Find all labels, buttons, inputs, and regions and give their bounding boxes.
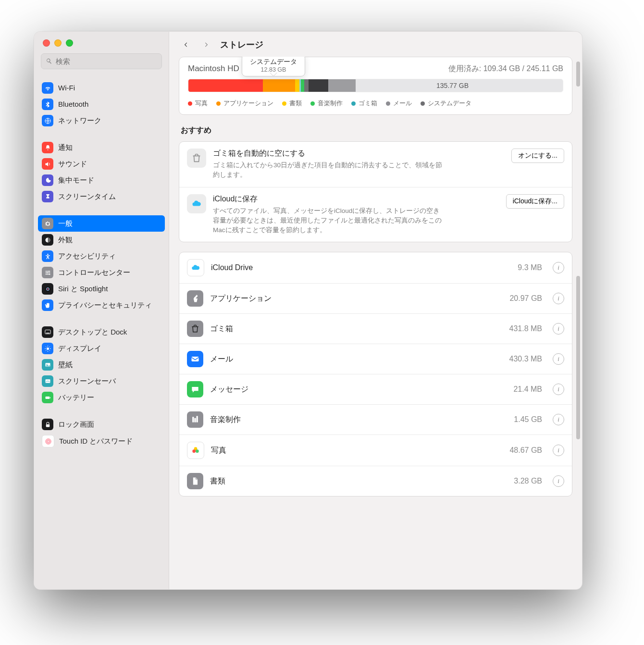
storage-row-size: 1.45 GB [514, 415, 542, 424]
info-icon[interactable]: i [553, 262, 564, 273]
search-input[interactable] [41, 53, 162, 69]
storage-row[interactable]: 写真48.67 GBi [179, 434, 572, 466]
storage-row[interactable]: メール430.3 MBi [179, 344, 572, 374]
storage-bar[interactable]: 135.77 GB [188, 79, 563, 92]
storage-bar-segment[interactable] [304, 79, 309, 92]
storage-bar-segment[interactable] [263, 79, 295, 92]
sidebar-item[interactable]: デスクトップと Dock [34, 324, 169, 340]
sidebar-item-label: ネットワーク [58, 115, 101, 126]
sidebar-item-label: 通知 [58, 142, 73, 153]
accessibility-icon [42, 250, 53, 262]
sidebar-item[interactable]: バッテリー [34, 389, 169, 406]
legend-item: システムデータ [421, 99, 471, 108]
appearance-icon [42, 234, 53, 246]
sidebar-item-label: 集中モード [58, 175, 94, 186]
storage-row-size: 3.28 GB [514, 477, 542, 485]
gear-icon [42, 218, 53, 229]
storage-bar-segment[interactable] [309, 79, 328, 92]
sidebar-item[interactable]: コントロールセンター [34, 264, 169, 281]
sidebar-item-label: Bluetooth [58, 99, 88, 110]
info-icon[interactable]: i [553, 353, 564, 365]
sidebar-item[interactable]: 一般 [38, 215, 165, 232]
storage-row[interactable]: メッセージ21.4 MBi [179, 374, 572, 404]
legend-dot [310, 101, 315, 106]
legend-dot [216, 101, 221, 106]
storage-row-label: 書類 [210, 476, 507, 486]
legend-dot [188, 101, 192, 106]
sidebar-item-label: コントロールセンター [58, 267, 130, 278]
storage-row[interactable]: アプリケーション20.97 GBi [179, 283, 572, 313]
sidebar-item[interactable]: Touch ID とパスワード [34, 433, 169, 450]
info-icon[interactable]: i [553, 323, 564, 335]
close-window-button[interactable] [43, 39, 50, 47]
sidebar-item[interactable]: 集中モード [34, 172, 169, 188]
storage-row[interactable]: iCloud Drive9.3 MBi [179, 252, 572, 283]
sidebar-item-label: Touch ID とパスワード [59, 436, 133, 447]
sidebar-item-label: Wi-Fi [58, 83, 75, 93]
info-icon[interactable]: i [553, 293, 564, 304]
recommend-title: iCloudに保存 [213, 194, 499, 204]
storage-row[interactable]: 音楽制作1.45 GBi [179, 404, 572, 434]
bluetooth-icon [42, 99, 53, 110]
sidebar-item[interactable]: ネットワーク [34, 112, 169, 129]
storage-row[interactable]: ゴミ箱431.8 MBi [179, 313, 572, 344]
scrollbar-thumb[interactable] [576, 62, 580, 87]
sidebar-item[interactable]: 壁紙 [34, 357, 169, 373]
sidebar-item-label: アクセシビリティ [58, 251, 116, 261]
wifi-icon [42, 82, 53, 94]
sidebar-item[interactable]: Bluetooth [34, 96, 169, 112]
storage-row-size: 21.4 MB [513, 385, 542, 394]
legend-label: 書類 [289, 99, 302, 108]
nav-forward-button[interactable] [200, 38, 212, 51]
sidebar-item[interactable]: ディスプレイ [34, 340, 169, 357]
sidebar-item-label: スクリーンセーバ [58, 376, 116, 386]
sidebar-item[interactable]: スクリーンセーバ [34, 373, 169, 389]
recommend-desc: すべてのファイル、写真、メッセージをiCloudに保存し、ストレージの空き容量が… [213, 206, 444, 236]
sidebar-item[interactable]: 通知 [34, 139, 169, 156]
legend-label: メール [393, 99, 412, 108]
sidebar-item-label: デスクトップと Dock [58, 327, 127, 337]
sidebar-item[interactable]: ロック画面 [34, 416, 169, 433]
storage-row[interactable]: 書類3.28 GBi [179, 466, 572, 496]
nav-back-button[interactable] [180, 38, 192, 51]
main-pane: ストレージ システムデータ 12.83 GB Macintosh HD 使用済み… [169, 32, 582, 589]
scrollbar-thumb[interactable] [576, 276, 580, 439]
storage-row-label: メール [210, 354, 503, 364]
info-icon[interactable]: i [553, 414, 564, 425]
disk-usage-card: システムデータ 12.83 GB Macintosh HD 使用済み: 109.… [179, 57, 572, 115]
sidebar-item-label: サウンド [58, 159, 87, 169]
sidebar-item[interactable]: プライバシーとセキュリティ [34, 297, 169, 313]
music-icon [187, 411, 203, 428]
fullscreen-window-button[interactable] [66, 39, 73, 47]
screensaver-icon [42, 375, 53, 387]
storage-bar-segment[interactable] [356, 79, 563, 92]
recommend-action-button[interactable]: iCloudに保存... [506, 194, 564, 209]
info-icon[interactable]: i [553, 445, 564, 456]
storage-bar-segment[interactable] [188, 79, 263, 92]
sidebar-item[interactable]: 外観 [34, 232, 169, 248]
sidebar-item-label: 外観 [58, 235, 73, 245]
trash-icon [187, 321, 203, 337]
storage-row-label: 写真 [211, 446, 503, 456]
page-title: ストレージ [220, 39, 263, 50]
info-icon[interactable]: i [553, 384, 564, 395]
info-icon[interactable]: i [553, 475, 564, 487]
search-icon [45, 57, 53, 65]
sidebar-item[interactable]: Wi-Fi [34, 80, 169, 96]
storage-row-label: ゴミ箱 [210, 324, 503, 334]
storage-bar-segment[interactable] [295, 79, 300, 92]
siri-icon [42, 283, 53, 295]
titlebar: ストレージ [169, 32, 582, 57]
sidebar-item[interactable]: アクセシビリティ [34, 248, 169, 264]
sidebar-item-label: 一般 [58, 218, 73, 229]
sidebar-search [41, 53, 162, 69]
storage-bar-segment[interactable] [328, 79, 356, 92]
sidebar-item[interactable]: サウンド [34, 156, 169, 172]
recommend-action-button[interactable]: オンにする... [511, 149, 564, 163]
recommend-item: iCloudに保存すべてのファイル、写真、メッセージをiCloudに保存し、スト… [179, 187, 572, 242]
sidebar-item-label: Siri と Spotlight [58, 284, 108, 294]
trash-icon [187, 149, 206, 168]
sidebar-item[interactable]: スクリーンタイム [34, 188, 169, 205]
sidebar-item[interactable]: Siri と Spotlight [34, 281, 169, 297]
minimize-window-button[interactable] [54, 39, 62, 47]
